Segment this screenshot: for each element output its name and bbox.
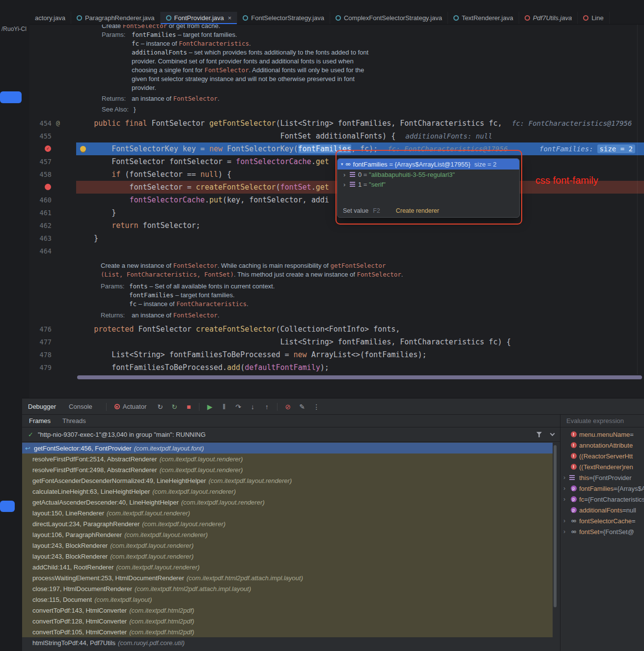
- line-number: 464: [29, 245, 52, 257]
- doc-comment-line: fontFamilies – target font families.: [29, 291, 644, 300]
- stop-icon[interactable]: ■: [185, 403, 193, 411]
- tab-debugger[interactable]: Debugger: [28, 403, 56, 410]
- editor-tab[interactable]: FontProvider.java×: [161, 12, 238, 24]
- settings-pencil-icon[interactable]: ✎: [298, 403, 306, 411]
- stack-frame-row[interactable]: calculateLineHeight:63, LineHeightHelper…: [22, 486, 553, 497]
- stack-frame-row[interactable]: layout:243, BlockRenderer(com.itextpdf.l…: [22, 540, 553, 551]
- stack-frame-row[interactable]: layout:243, BlockRenderer(com.itextpdf.l…: [22, 551, 553, 562]
- resume-icon[interactable]: ▶: [206, 403, 214, 411]
- debugger-inline-hint: fc: FontCharacteristics@17956: [512, 119, 632, 127]
- watch-row[interactable]: ›pfontFamilies = {Arrays$ArrayList@17955…: [560, 483, 644, 494]
- gutter-icon-slot: [52, 206, 76, 219]
- tab-label: FontProvider.java: [174, 14, 224, 22]
- stack-frame-row[interactable]: processWaitingElement:253, HtmlDocumentR…: [22, 572, 553, 583]
- popup-array-item[interactable]: ›0 = "alibabapuhuiti-3-55-regularl3": [337, 170, 519, 179]
- pause-icon[interactable]: ‖: [220, 403, 228, 411]
- create-renderer-action[interactable]: Create renderer: [396, 207, 439, 214]
- stack-frame-row[interactable]: ↩getFontSelector:456, FontProvider(com.i…: [22, 443, 553, 453]
- watch-row[interactable]: !annotationAttribute: [560, 440, 644, 451]
- chevron-right-icon[interactable]: ›: [563, 528, 570, 535]
- code-line: 479 fontFamiliesToBeProcessed.add(defaul…: [29, 361, 644, 374]
- rerun-failed-tests-icon[interactable]: ↻: [170, 403, 178, 411]
- stack-frame-row[interactable]: getActualAscenderDescender:40, LineHeigh…: [22, 497, 553, 508]
- stack-frame-row[interactable]: convertToPdf:105, HtmlConverter(com.itex…: [22, 626, 553, 637]
- chevron-down-icon[interactable]: ▾: [341, 162, 343, 167]
- stack-frame-row[interactable]: layout:106, ParagraphRenderer(com.itextp…: [22, 529, 553, 540]
- tab-threads[interactable]: Threads: [62, 417, 86, 425]
- doc-comment-line: Params:fontFamilies – target font famili…: [29, 30, 644, 39]
- debugger-inline-popup[interactable]: ▾ oo fontFamilies = {Arrays$ArrayList@17…: [337, 158, 520, 218]
- stack-frame-row[interactable]: resolveFirstPdfFont:2514, AbstractRender…: [22, 453, 553, 464]
- stack-frame-row[interactable]: htmlStringToPdf:44, Pdf7Utils(com.ruoyi.…: [22, 637, 553, 648]
- breakpoint-icon[interactable]: ✓: [45, 145, 51, 152]
- rerun-icon[interactable]: ↻: [156, 403, 164, 411]
- watch-row[interactable]: !((ReactorServerHtt: [560, 451, 644, 461]
- chevron-down-icon[interactable]: [550, 431, 555, 436]
- watch-row[interactable]: padditionalFonts = null: [560, 505, 644, 515]
- thread-status-text: "http-nio-9307-exec-1"@13,040 in group "…: [38, 431, 206, 438]
- step-over-icon[interactable]: ↷: [234, 403, 242, 411]
- step-into-icon[interactable]: ↓: [249, 403, 256, 411]
- editor-horizontal-scrollbar[interactable]: [77, 375, 642, 379]
- thread-selector[interactable]: ✓ "http-nio-9307-exec-1"@13,040 in group…: [22, 428, 560, 442]
- popup-array-item[interactable]: ›1 = "serif": [337, 179, 519, 189]
- tab-frames[interactable]: Frames: [29, 417, 51, 425]
- editor-tab[interactable]: Line: [578, 12, 610, 24]
- debugger-subtabs: Frames Threads: [22, 415, 560, 427]
- chevron-right-icon[interactable]: ›: [343, 181, 350, 188]
- stack-frame-row[interactable]: addChild:141, RootRenderer(com.itextpdf.…: [22, 562, 553, 572]
- chevron-right-icon[interactable]: ›: [343, 171, 350, 178]
- filter-funnel-icon[interactable]: [536, 432, 542, 437]
- stack-frame-row[interactable]: getFontAscenderDescenderNormalized:49, L…: [22, 475, 553, 486]
- line-number: 463: [29, 232, 52, 245]
- breakpoint-icon[interactable]: [45, 184, 51, 190]
- editor-tab[interactable]: ParagraphRenderer.java: [71, 12, 161, 24]
- tab-console[interactable]: Console: [69, 403, 92, 410]
- watch-row[interactable]: !((TextRenderer)ren: [560, 461, 644, 472]
- code-text: FontSet additionalFonts) {additionalFont…: [76, 130, 644, 142]
- doc-comment-line: Params:fonts – Set of all available font…: [29, 282, 644, 291]
- step-out-icon[interactable]: ↑: [263, 403, 271, 411]
- doc-section-label: Returns:: [101, 311, 132, 320]
- stack-frame-row[interactable]: close:115, Document(com.itextpdf.layout): [22, 594, 553, 605]
- close-icon[interactable]: ×: [228, 15, 232, 21]
- class-icon: [583, 15, 588, 21]
- mute-breakpoints-icon[interactable]: ⊘: [284, 403, 292, 411]
- more-icon[interactable]: ⋮: [312, 403, 320, 411]
- toolwindow-stripe-highlight[interactable]: [0, 91, 22, 103]
- popup-variable-size: size = 2: [475, 161, 497, 168]
- editor-tab[interactable]: Pdf7Utils.java: [519, 12, 578, 24]
- chevron-right-icon[interactable]: ›: [563, 485, 570, 492]
- stack-frame-row[interactable]: convertToPdf:128, HtmlConverter(com.itex…: [22, 616, 553, 626]
- stack-frame-row[interactable]: resolveFirstPdfFont:2498, AbstractRender…: [22, 464, 553, 475]
- popup-header-row[interactable]: ▾ oo fontFamilies = {Arrays$ArrayList@17…: [337, 159, 519, 170]
- evaluate-expression-field[interactable]: Evaluate expression: [560, 415, 644, 427]
- editor-tab[interactable]: ComplexFontSelectorStrategy.java: [330, 12, 448, 24]
- watch-row[interactable]: !menu.menuName =: [560, 429, 644, 440]
- editor-tab[interactable]: FontSelectorStrategy.java: [237, 12, 330, 24]
- tab-actuator[interactable]: Actuator: [123, 403, 146, 410]
- left-toolwindow-stripe: /RuoYi-Cl: [0, 0, 29, 398]
- intention-bulb-icon[interactable]: [80, 146, 86, 152]
- editor-tab[interactable]: actory.java: [29, 12, 71, 24]
- stack-frame-row[interactable]: directLayout:234, ParagraphRenderer(com.…: [22, 518, 553, 529]
- stack-frame-row[interactable]: convertToPdf:143, HtmlConverter(com.itex…: [22, 605, 553, 616]
- watch-row[interactable]: ›this = {FontProvider: [560, 472, 644, 483]
- toolwindow-stripe-highlight-2[interactable]: [0, 501, 15, 512]
- chevron-right-icon[interactable]: ›: [563, 517, 570, 524]
- array-element-icon: [350, 172, 355, 177]
- code-line: ✓ FontSelectorKey key = new FontSelector…: [29, 142, 644, 155]
- stack-frame-row[interactable]: close:197, HtmlDocumentRenderer(com.itex…: [22, 583, 553, 594]
- code-editor[interactable]: Create FontSelector or get from cache.Pa…: [29, 25, 644, 398]
- stack-frame-row[interactable]: layout:150, LineRenderer(com.itextpdf.la…: [22, 508, 553, 518]
- set-value-action[interactable]: Set value: [343, 207, 368, 214]
- editor-tab[interactable]: TextRenderer.java: [448, 12, 519, 24]
- string-value: "serif": [369, 181, 386, 188]
- line-number: ✓: [29, 142, 52, 155]
- chevron-right-icon[interactable]: ›: [563, 496, 570, 503]
- watch-row[interactable]: ›oofontSet = {FontSet@: [560, 526, 644, 537]
- watch-row[interactable]: ›pfc = {FontCharacteristics@17956}: [560, 494, 644, 505]
- frames-scrollbar[interactable]: [554, 445, 557, 607]
- editor-gutter: ✓: [29, 142, 76, 155]
- watch-row[interactable]: ›oofontSelectorCache =: [560, 515, 644, 526]
